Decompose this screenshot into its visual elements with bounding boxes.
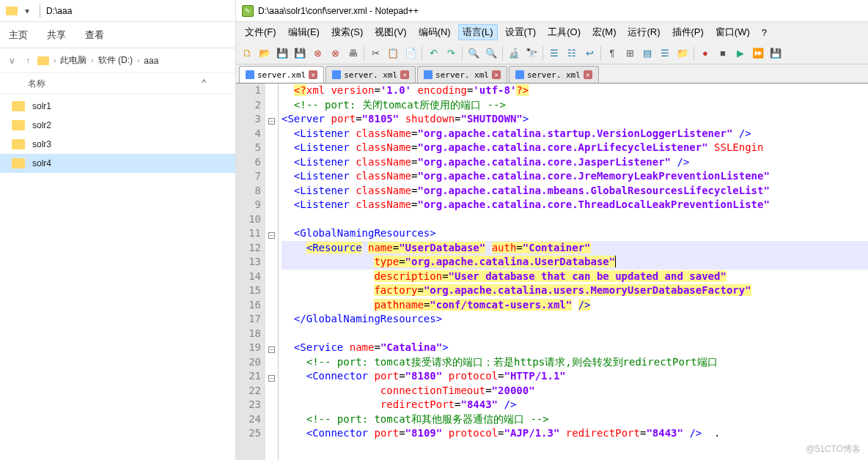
doc-map-icon[interactable]: ▤ <box>639 45 655 62</box>
chevron-icon: › <box>91 56 93 64</box>
sync-v-icon[interactable]: ☰ <box>546 45 562 62</box>
crumb-item[interactable]: aaa <box>144 56 158 66</box>
line-number-gutter: 1234567891011121314151617181920212223242… <box>236 84 265 460</box>
crumb-item[interactable]: 此电脑 <box>60 54 87 67</box>
tab-label: server.xml <box>257 70 306 80</box>
undo-icon[interactable]: ↶ <box>425 45 441 62</box>
editor-area[interactable]: 1234567891011121314151617181920212223242… <box>236 84 868 460</box>
explorer-folder-item[interactable]: solr3 <box>0 135 235 154</box>
ribbon-tab-view[interactable]: 查看 <box>85 29 104 42</box>
copy-icon[interactable]: 📋 <box>385 45 401 62</box>
indent-guide-icon[interactable]: ⊞ <box>622 45 638 62</box>
explorer-ribbon: 主页 共享 查看 <box>0 22 235 48</box>
redo-icon[interactable]: ↷ <box>443 45 459 62</box>
code-content[interactable]: <?xml version='1.0' encoding='utf-8'?> <… <box>279 84 868 460</box>
separator <box>600 46 601 61</box>
separator <box>694 46 694 61</box>
npp-menu-bar: 文件(F)编辑(E)搜索(S)视图(V)编码(N)语言(L)设置(T)工具(O)… <box>236 22 868 42</box>
folder-icon <box>12 158 25 168</box>
close-tab-icon[interactable]: ✕ <box>492 70 501 79</box>
disk-icon <box>246 70 254 79</box>
explorer-file-list: solr1solr2solr3solr4 <box>0 94 235 176</box>
crumb-item[interactable]: 软件 (D:) <box>98 54 133 67</box>
menu-item[interactable]: 设置(T) <box>501 24 541 40</box>
print-icon[interactable]: 🖶 <box>345 45 361 62</box>
close-tab-icon[interactable]: ✕ <box>400 70 409 79</box>
play-macro-icon[interactable]: ▶ <box>732 45 749 62</box>
menu-item[interactable]: 视图(V) <box>370 24 411 40</box>
separator <box>364 46 364 61</box>
wrap-icon[interactable]: ↩ <box>581 45 597 62</box>
folder-icon <box>6 7 18 15</box>
nav-back-icon[interactable]: ∨ <box>6 54 18 67</box>
zoom-in-icon[interactable]: 🔬 <box>506 45 522 62</box>
npp-tabs: server.xml✕server. xml✕server. xml✕serve… <box>236 64 868 84</box>
record-macro-icon[interactable]: ● <box>697 45 713 62</box>
explorer-columns: 名称 ^ <box>0 73 235 94</box>
folder-name: solr2 <box>32 120 51 130</box>
notepad-plus-plus: ✎ D:\aaa\solr1\conf\server.xml - Notepad… <box>236 0 868 460</box>
menu-item[interactable]: 语言(L) <box>458 24 498 40</box>
explorer-folder-item[interactable]: solr1 <box>0 97 235 116</box>
find-icon[interactable]: 🔍 <box>466 45 482 62</box>
menu-item[interactable]: 编码(N) <box>414 24 455 40</box>
chevron-down-icon[interactable]: ▾ <box>25 6 29 16</box>
menu-item[interactable]: 插件(P) <box>668 24 708 40</box>
folder-name: solr1 <box>32 101 51 111</box>
explorer-folder-item[interactable]: solr4 <box>0 154 235 173</box>
ribbon-tab-home[interactable]: 主页 <box>9 29 28 42</box>
close-all-icon[interactable]: ⊗ <box>327 45 343 62</box>
explorer-title-path: D:\aaa <box>46 6 72 16</box>
close-tab-icon[interactable]: ✕ <box>309 70 317 79</box>
chevron-icon: › <box>137 56 139 64</box>
new-file-icon[interactable]: 🗋 <box>239 45 255 62</box>
separator <box>502 46 503 61</box>
save-icon[interactable]: 💾 <box>274 45 290 62</box>
separator <box>462 46 463 61</box>
func-list-icon[interactable]: ☰ <box>657 45 673 62</box>
menu-item[interactable]: 文件(F) <box>240 24 281 40</box>
menu-item[interactable]: ? <box>757 26 771 40</box>
npp-title-text: D:\aaa\solr1\conf\server.xml - Notepad++ <box>258 6 419 16</box>
folder-icon[interactable]: 📁 <box>674 45 691 62</box>
npp-toolbar: 🗋 📂 💾 💾 ⊗ ⊗ 🖶 ✂ 📋 📄 ↶ ↷ 🔍 🔍 🔬 🔭 ☰ ☷ ↩ <box>236 42 868 64</box>
fold-column[interactable]: − − − − <box>265 84 279 460</box>
sync-h-icon[interactable]: ☷ <box>564 45 580 62</box>
menu-item[interactable]: 运行(R) <box>623 24 664 40</box>
editor-tab[interactable]: server. xml✕ <box>326 66 416 83</box>
open-file-icon[interactable]: 📂 <box>257 45 273 62</box>
cut-icon[interactable]: ✂ <box>367 45 383 62</box>
chevron-icon[interactable]: › <box>54 56 56 64</box>
editor-tab[interactable]: server. xml✕ <box>417 66 507 83</box>
replace-icon[interactable]: 🔍 <box>483 45 499 62</box>
column-name[interactable]: 名称 <box>28 78 45 90</box>
close-tab-icon[interactable]: ✕ <box>584 70 592 79</box>
paste-icon[interactable]: 📄 <box>402 45 419 62</box>
zoom-out-icon[interactable]: 🔭 <box>523 45 540 62</box>
sort-indicator[interactable]: ^ <box>202 78 206 90</box>
explorer-folder-item[interactable]: solr2 <box>0 116 235 135</box>
menu-item[interactable]: 搜索(S) <box>327 24 367 40</box>
ribbon-tab-share[interactable]: 共享 <box>47 29 66 42</box>
menu-item[interactable]: 窗口(W) <box>711 24 754 40</box>
folder-icon <box>12 101 25 111</box>
editor-tab[interactable]: server. xml✕ <box>509 66 599 83</box>
save-macro-icon[interactable]: 💾 <box>768 45 784 62</box>
menu-item[interactable]: 编辑(E) <box>284 24 324 40</box>
disk-icon <box>332 70 341 79</box>
menu-item[interactable]: 宏(M) <box>588 24 621 40</box>
show-chars-icon[interactable]: ¶ <box>604 45 620 62</box>
nav-up-icon[interactable]: ↑ <box>23 54 33 67</box>
menu-item[interactable]: 工具(O) <box>543 24 585 40</box>
tab-label: server. xml <box>435 70 489 80</box>
folder-name: solr3 <box>32 139 51 149</box>
explorer-breadcrumb: ∨ ↑ › 此电脑 › 软件 (D:) › aaa <box>0 48 235 73</box>
disk-icon <box>424 70 433 79</box>
editor-tab[interactable]: server.xml✕ <box>239 66 324 83</box>
disk-icon <box>515 70 524 79</box>
save-all-icon[interactable]: 💾 <box>292 45 308 62</box>
play-multi-icon[interactable]: ⏩ <box>750 45 766 62</box>
close-icon[interactable]: ⊗ <box>309 45 326 62</box>
stop-icon[interactable]: ■ <box>715 45 731 62</box>
separator <box>40 4 40 18</box>
